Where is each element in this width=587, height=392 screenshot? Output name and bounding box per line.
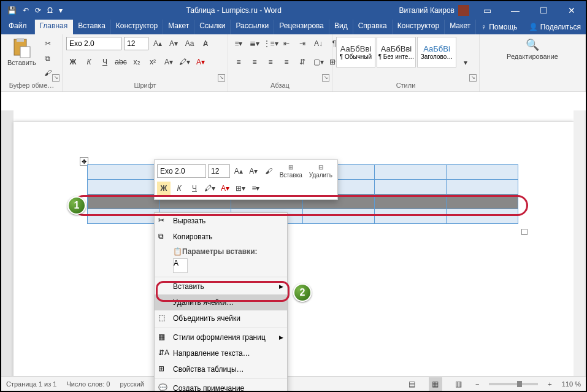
clear-format-icon[interactable]: A̷ xyxy=(199,37,212,50)
mini-painter-icon[interactable]: 🖌 xyxy=(262,164,275,178)
bullets-icon[interactable]: ≡▾ xyxy=(232,37,245,50)
font-size-select[interactable] xyxy=(124,37,148,50)
shading-icon[interactable]: ▢▾ xyxy=(312,55,325,69)
table-resize-handle[interactable] xyxy=(521,229,528,235)
indent-inc-icon[interactable]: ⇥ xyxy=(296,37,309,50)
mini-highlight-icon[interactable]: 🖍▾ xyxy=(203,182,217,195)
undo-icon[interactable]: ↶ xyxy=(23,6,29,15)
editing-button[interactable]: 🔍 Редактирование xyxy=(504,37,561,61)
view-web-icon[interactable]: ▥ xyxy=(452,377,466,391)
style-normal[interactable]: АаБбВві¶ Обычный xyxy=(336,37,375,67)
tab-review[interactable]: Рецензирова xyxy=(274,20,329,34)
mini-size-select[interactable] xyxy=(208,164,230,178)
user-account[interactable]: Виталий Каиров xyxy=(399,5,473,16)
symbol-icon[interactable]: Ω xyxy=(47,6,53,15)
change-case-icon[interactable]: Aa xyxy=(183,37,196,50)
sort-icon[interactable]: A↓ xyxy=(312,37,325,50)
save-icon[interactable]: 💾 xyxy=(7,6,17,15)
mini-borders-icon[interactable]: ⊞▾ xyxy=(234,182,247,195)
close-button[interactable]: ✕ xyxy=(558,1,586,20)
style-heading1[interactable]: АаБбВіЗаголово… xyxy=(417,37,456,67)
vertical-scrollbar[interactable] xyxy=(574,110,585,376)
tab-home[interactable]: Главная xyxy=(35,20,74,34)
copy-icon[interactable]: ⧉ xyxy=(41,52,55,65)
paste-button[interactable]: Вставить xyxy=(5,37,39,67)
menu-text-direction[interactable]: ⇵AНаправление текста… xyxy=(155,345,287,361)
superscript-button[interactable]: x² xyxy=(146,55,159,69)
tab-help[interactable]: Справка xyxy=(353,20,393,34)
tab-layout[interactable]: Макет xyxy=(163,20,194,34)
font-launcher[interactable]: ↘ xyxy=(218,74,225,82)
status-page[interactable]: Страница 1 из 1 xyxy=(6,380,56,388)
mini-fontcolor-icon[interactable]: A▾ xyxy=(218,182,232,195)
status-language[interactable]: русский xyxy=(120,380,144,388)
paragraph-launcher[interactable]: ↘ xyxy=(322,74,329,82)
qat-more-icon[interactable]: ▾ xyxy=(59,6,63,15)
justify-icon[interactable]: ≡ xyxy=(280,55,293,69)
mini-align-icon[interactable]: ≡▾ xyxy=(249,182,263,195)
zoom-slider[interactable] xyxy=(489,383,538,385)
zoom-in-button[interactable]: + xyxy=(548,380,551,388)
align-right-icon[interactable]: ≡ xyxy=(264,55,277,69)
tab-design[interactable]: Конструктор xyxy=(111,20,163,34)
numbering-icon[interactable]: ≣▾ xyxy=(248,37,261,50)
multilist-icon[interactable]: ⋮≡▾ xyxy=(264,37,277,50)
refresh-icon[interactable]: ⟳ xyxy=(35,6,41,15)
menu-cut[interactable]: ✂Вырезать xyxy=(155,213,287,229)
bold-button[interactable]: Ж xyxy=(66,55,80,69)
menu-merge-cells[interactable]: ⬚Объединить ячейки xyxy=(155,310,287,326)
tab-insert[interactable]: Вставка xyxy=(73,20,111,34)
menu-copy[interactable]: ⧉Копировать xyxy=(155,229,287,245)
menu-delete-cells[interactable]: Удалить ячейки… xyxy=(155,294,287,310)
underline-button[interactable]: Ч xyxy=(98,55,112,69)
clipboard-launcher[interactable]: ↘ xyxy=(52,74,59,82)
styles-launcher[interactable]: ↘ xyxy=(469,74,477,82)
line-spacing-icon[interactable]: ⇵ xyxy=(296,55,309,69)
horizontal-ruler[interactable] xyxy=(13,110,574,121)
tab-mailings[interactable]: Рассылки xyxy=(231,20,274,34)
tab-table-layout[interactable]: Макет xyxy=(445,20,476,34)
styles-more-icon[interactable]: ▾ xyxy=(459,58,472,67)
mini-insert-button[interactable]: ⊞Вставка xyxy=(277,163,305,180)
menu-insert[interactable]: Вставить▶ xyxy=(155,279,287,294)
style-nospacing[interactable]: АаБбВві¶ Без инте… xyxy=(377,37,416,67)
tab-view[interactable]: Вид xyxy=(329,20,353,34)
menu-table-properties[interactable]: ⊞Свойства таблицы… xyxy=(155,361,287,377)
paste-option-keep-text[interactable]: A xyxy=(173,258,188,273)
align-center-icon[interactable]: ≡ xyxy=(248,55,261,69)
tell-me[interactable]: ♀Помощь xyxy=(476,20,522,34)
tab-file[interactable]: Файл xyxy=(1,20,35,34)
text-effects-icon[interactable]: A▾ xyxy=(162,55,175,69)
font-color-icon[interactable]: A▾ xyxy=(194,55,207,69)
mini-grow-icon[interactable]: A▴ xyxy=(232,164,245,178)
view-read-icon[interactable]: ▤ xyxy=(405,377,419,391)
indent-dec-icon[interactable]: ⇤ xyxy=(280,37,293,50)
mini-underline-button[interactable]: Ч xyxy=(188,182,201,195)
status-words[interactable]: Число слов: 0 xyxy=(66,380,110,388)
shrink-font-icon[interactable]: A▾ xyxy=(167,37,180,50)
tab-table-design[interactable]: Конструктор xyxy=(393,20,445,34)
strike-button[interactable]: abc xyxy=(114,55,128,69)
zoom-out-button[interactable]: − xyxy=(475,380,479,388)
ribbon-options-icon[interactable]: ▭ xyxy=(473,1,501,20)
tab-references[interactable]: Ссылки xyxy=(194,20,231,34)
mini-font-select[interactable] xyxy=(157,164,206,178)
subscript-button[interactable]: x₂ xyxy=(130,55,144,69)
mini-shrink-icon[interactable]: A▾ xyxy=(247,164,261,178)
menu-border-styles[interactable]: ▦Стили оформления границ▶ xyxy=(155,329,287,345)
minimize-button[interactable]: — xyxy=(501,1,529,20)
mini-bold-button[interactable]: Ж xyxy=(157,182,171,195)
cut-icon[interactable]: ✂ xyxy=(41,37,55,50)
mini-delete-button[interactable]: ⊟Удалить xyxy=(307,163,335,180)
mini-italic-button[interactable]: К xyxy=(172,182,186,195)
zoom-value[interactable]: 110 % xyxy=(562,380,581,388)
highlight-icon[interactable]: 🖍▾ xyxy=(178,55,191,69)
font-name-select[interactable] xyxy=(66,37,121,50)
view-print-icon[interactable]: ▦ xyxy=(429,377,442,391)
maximize-button[interactable]: ☐ xyxy=(529,1,558,20)
grow-font-icon[interactable]: A▴ xyxy=(151,37,164,50)
menu-new-comment[interactable]: 💬Создать примечание xyxy=(155,380,287,392)
align-left-icon[interactable]: ≡ xyxy=(232,55,245,69)
table-row[interactable] xyxy=(88,209,518,224)
italic-button[interactable]: К xyxy=(82,55,96,69)
